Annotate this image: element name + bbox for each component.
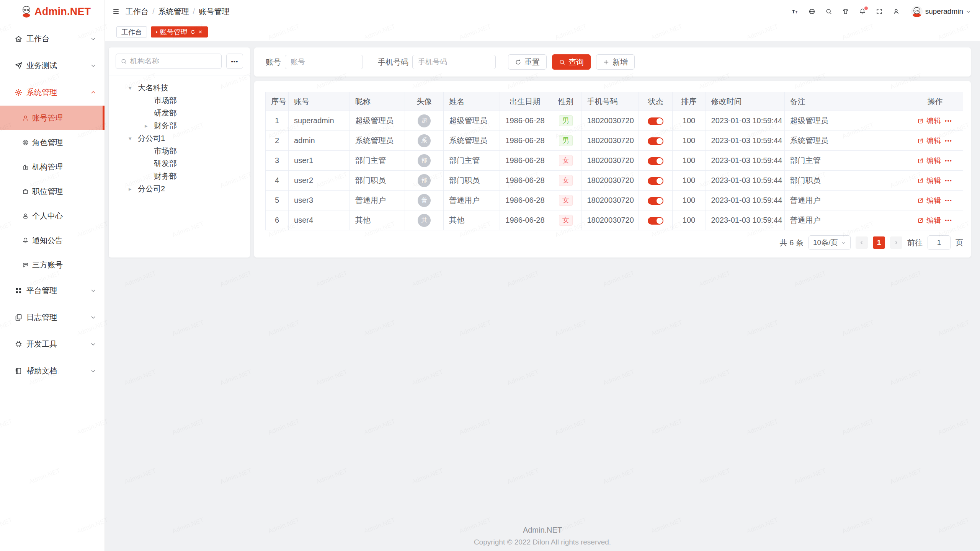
sidebar-item-help-docs[interactable]: 帮助文档 xyxy=(0,357,105,384)
goto-page-input[interactable]: 1 xyxy=(928,235,951,250)
tree-node-marketing-1[interactable]: 市场部 xyxy=(116,94,243,107)
tab-account-management[interactable]: 账号管理 xyxy=(151,26,208,37)
row-index: 6 xyxy=(266,210,289,230)
tree-node-branch-1[interactable]: ▾分公司1 xyxy=(116,132,243,145)
edit-button[interactable]: 编辑 xyxy=(926,156,941,166)
sidebar-item-platform-management[interactable]: 平台管理 xyxy=(0,277,105,304)
tree-caret-expanded[interactable]: ▾ xyxy=(129,85,138,91)
breadcrumb-item[interactable]: 工作台 xyxy=(126,7,149,17)
status-toggle[interactable] xyxy=(648,177,663,185)
cell-ops: 编辑••• xyxy=(907,151,963,171)
tree-node-marketing-2[interactable]: 市场部 xyxy=(116,145,243,157)
cell-phone: 18020030720 xyxy=(581,111,639,131)
gender-tag: 女 xyxy=(559,215,573,226)
reset-button[interactable]: 重置 xyxy=(508,54,547,70)
gender-tag: 男 xyxy=(559,135,573,147)
next-page-button[interactable] xyxy=(890,236,902,249)
status-toggle[interactable] xyxy=(648,217,663,225)
edit-button[interactable]: 编辑 xyxy=(926,215,941,225)
user-name: superadmin xyxy=(925,7,963,16)
refresh-icon xyxy=(515,59,521,65)
sidebar-item-role-management[interactable]: 角色管理 xyxy=(0,130,105,155)
cell-modified: 2023-01-03 10:59:44 xyxy=(706,191,784,210)
tree-node-rd-2[interactable]: 研发部 xyxy=(116,157,243,170)
page-size-select[interactable]: 10条/页 xyxy=(808,235,851,250)
tree-node-finance-2[interactable]: 财务部 xyxy=(116,170,243,183)
refresh-icon[interactable] xyxy=(190,29,195,34)
avatar: 部 xyxy=(418,174,431,187)
status-toggle[interactable] xyxy=(648,137,663,145)
sidebar-item-workbench[interactable]: 工作台 xyxy=(0,25,105,52)
cell-birthdate: 1986-06-28 xyxy=(500,191,550,210)
account-input[interactable]: 账号 xyxy=(285,55,363,69)
sidebar-item-notice[interactable]: 通知公告 xyxy=(0,228,105,253)
cell-remark: 部门主管 xyxy=(784,151,907,171)
edit-button[interactable]: 编辑 xyxy=(926,136,941,146)
more-actions-button[interactable]: ••• xyxy=(945,138,952,144)
cell-account: user2 xyxy=(289,171,350,191)
theme-icon[interactable] xyxy=(842,8,849,15)
column-header-12: 操作 xyxy=(907,92,963,111)
chevron-down-icon xyxy=(841,240,846,245)
profile-icon[interactable] xyxy=(893,8,900,15)
org-more-button[interactable]: ••• xyxy=(226,54,243,69)
chevron-down-icon xyxy=(90,341,96,347)
position-icon xyxy=(22,188,29,195)
user-menu[interactable]: superadmin xyxy=(911,6,971,17)
edit-button[interactable]: 编辑 xyxy=(926,116,941,126)
phone-input[interactable]: 手机号码 xyxy=(412,55,496,69)
avatar: 其 xyxy=(418,214,431,227)
edit-button[interactable]: 编辑 xyxy=(926,196,941,205)
language-icon[interactable] xyxy=(808,8,815,15)
more-actions-button[interactable]: ••• xyxy=(945,217,952,223)
add-button[interactable]: 新增 xyxy=(596,54,635,70)
cell-nickname: 部门职员 xyxy=(350,171,405,191)
sidebar-item-position-management[interactable]: 职位管理 xyxy=(0,179,105,204)
more-actions-button[interactable]: ••• xyxy=(945,158,952,164)
status-toggle[interactable] xyxy=(648,117,663,125)
tree-caret-collapsed[interactable]: ▸ xyxy=(145,122,154,129)
org-search-input[interactable]: 机构名称 xyxy=(116,54,222,69)
bell-icon xyxy=(22,237,29,244)
font-size-icon[interactable]: TT xyxy=(792,8,799,15)
more-actions-button[interactable]: ••• xyxy=(945,118,952,124)
tree-caret-expanded[interactable]: ▾ xyxy=(129,135,138,142)
tree-node-branch-2[interactable]: ▸分公司2 xyxy=(116,183,243,195)
edit-button[interactable]: 编辑 xyxy=(926,176,941,186)
fullscreen-icon[interactable] xyxy=(876,8,883,15)
svg-text:T: T xyxy=(792,9,795,15)
cell-name: 部门主管 xyxy=(444,151,500,171)
sidebar-item-business-test[interactable]: 业务测试 xyxy=(0,52,105,79)
close-icon[interactable] xyxy=(198,29,203,34)
status-toggle[interactable] xyxy=(648,197,663,205)
tree-node-rd-1[interactable]: 研发部 xyxy=(116,107,243,119)
brand[interactable]: Admin.NET xyxy=(0,0,105,23)
sidebar-item-dev-tools[interactable]: 开发工具 xyxy=(0,331,105,357)
tree-node-finance-1[interactable]: ▸财务部 xyxy=(116,119,243,132)
hamburger-icon[interactable] xyxy=(113,8,119,15)
avatar: 普 xyxy=(405,191,444,210)
prev-page-button[interactable] xyxy=(856,236,868,249)
sidebar-item-third-party-account[interactable]: 三方账号 xyxy=(0,253,105,277)
tree-node-daming-tech[interactable]: ▾大名科技 xyxy=(116,82,243,94)
search-icon[interactable] xyxy=(825,8,832,15)
more-actions-button[interactable]: ••• xyxy=(945,197,952,204)
current-page[interactable]: 1 xyxy=(873,236,885,249)
tab-active-dot xyxy=(156,31,157,33)
breadcrumb-item[interactable]: 系统管理 xyxy=(158,7,189,17)
sidebar-item-org-management[interactable]: 机构管理 xyxy=(0,155,105,179)
status-toggle[interactable] xyxy=(648,157,663,165)
tab-workbench[interactable]: 工作台 xyxy=(116,26,147,37)
tree-caret-collapsed[interactable]: ▸ xyxy=(129,186,138,192)
avatar: 部 xyxy=(418,154,431,167)
sidebar-item-personal-center[interactable]: 个人中心 xyxy=(0,204,105,228)
status-toggle xyxy=(639,131,672,151)
notification-icon[interactable] xyxy=(859,8,866,15)
sidebar-item-account-management[interactable]: 账号管理 xyxy=(0,106,105,130)
sidebar-item-system-management[interactable]: 系统管理 xyxy=(0,79,105,106)
more-actions-button[interactable]: ••• xyxy=(945,178,952,184)
phone-label: 手机号码 xyxy=(378,57,408,67)
breadcrumb-separator: / xyxy=(193,7,195,16)
sidebar-item-log-management[interactable]: 日志管理 xyxy=(0,304,105,331)
search-button[interactable]: 查询 xyxy=(552,54,591,70)
